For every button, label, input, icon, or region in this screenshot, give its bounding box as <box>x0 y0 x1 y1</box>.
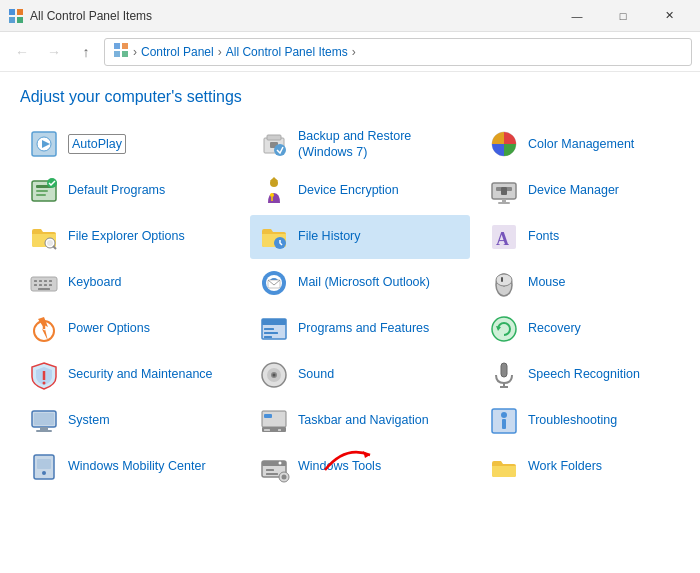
sound-label: Sound <box>298 366 334 382</box>
programs-label: Programs and Features <box>298 320 429 336</box>
svg-rect-12 <box>267 135 281 140</box>
path-separator-3: › <box>352 45 356 59</box>
item-security[interactable]: Security and Maintenance <box>20 353 240 397</box>
default-programs-icon <box>28 175 60 207</box>
mouse-label: Mouse <box>528 274 566 290</box>
back-button[interactable]: ← <box>8 38 36 66</box>
svg-marker-95 <box>363 451 370 458</box>
main-content: Adjust your computer's settings AutoPlay <box>0 72 700 573</box>
item-troubleshoot[interactable]: Troubleshooting <box>480 399 700 443</box>
svg-point-94 <box>282 474 287 479</box>
svg-rect-89 <box>262 461 286 466</box>
file-explorer-label: File Explorer Options <box>68 228 185 244</box>
windows-tools-label: Windows Tools <box>298 458 381 474</box>
item-color-mgmt[interactable]: Color Management <box>480 122 700 167</box>
svg-rect-44 <box>44 284 47 286</box>
troubleshoot-label: Troubleshooting <box>528 412 617 428</box>
file-history-icon <box>258 221 290 253</box>
item-default-programs[interactable]: Default Programs <box>20 169 240 213</box>
svg-rect-6 <box>114 51 120 57</box>
address-path[interactable]: › Control Panel › All Control Panel Item… <box>104 38 692 66</box>
svg-rect-77 <box>262 411 286 427</box>
device-manager-icon <box>488 175 520 207</box>
svg-rect-18 <box>36 190 48 192</box>
svg-point-53 <box>496 274 512 286</box>
item-windows-mobility[interactable]: Windows Mobility Center <box>20 445 240 489</box>
item-backup[interactable]: Backup and Restore(Windows 7) <box>250 122 470 167</box>
svg-rect-5 <box>122 43 128 49</box>
svg-rect-80 <box>278 429 281 431</box>
fonts-icon: A <box>488 221 520 253</box>
file-explorer-icon <box>28 221 60 253</box>
item-windows-tools[interactable]: Windows Tools <box>250 445 470 489</box>
item-keyboard[interactable]: Keyboard <box>20 261 240 305</box>
device-encryption-icon <box>258 175 290 207</box>
svg-rect-4 <box>114 43 120 49</box>
item-mouse[interactable]: Mouse <box>480 261 700 305</box>
svg-rect-30 <box>498 202 510 204</box>
item-mail[interactable]: Mail (Microsoft Outlook) <box>250 261 470 305</box>
title-bar-controls: — □ ✕ <box>554 0 692 32</box>
svg-rect-60 <box>264 332 278 334</box>
svg-rect-42 <box>34 284 37 286</box>
sound-icon <box>258 359 290 391</box>
keyboard-icon <box>28 267 60 299</box>
svg-point-87 <box>42 471 46 475</box>
mouse-icon <box>488 267 520 299</box>
item-programs[interactable]: Programs and Features <box>250 307 470 351</box>
svg-rect-28 <box>501 187 507 195</box>
svg-rect-76 <box>36 430 52 432</box>
backup-label: Backup and Restore(Windows 7) <box>298 128 411 161</box>
fonts-label: Fonts <box>528 228 559 244</box>
item-recovery[interactable]: Recovery <box>480 307 700 351</box>
svg-rect-75 <box>40 427 48 430</box>
svg-rect-91 <box>266 469 274 471</box>
svg-rect-46 <box>38 288 50 290</box>
maximize-button[interactable]: □ <box>600 0 646 32</box>
windows-mobility-icon <box>28 451 60 483</box>
svg-point-65 <box>43 381 46 384</box>
up-button[interactable]: ↑ <box>72 38 100 66</box>
path-all-items[interactable]: All Control Panel Items <box>226 45 348 59</box>
item-system[interactable]: System <box>20 399 240 443</box>
svg-rect-79 <box>264 429 270 431</box>
close-button[interactable]: ✕ <box>646 0 692 32</box>
speech-label: Speech Recognition <box>528 366 640 382</box>
item-taskbar[interactable]: Taskbar and Navigation <box>250 399 470 443</box>
item-speech[interactable]: Speech Recognition <box>480 353 700 397</box>
item-work-folders[interactable]: Work Folders <box>480 445 700 489</box>
item-file-history[interactable]: File History <box>250 215 470 259</box>
svg-point-14 <box>274 144 286 156</box>
svg-rect-84 <box>502 419 506 429</box>
programs-icon <box>258 313 290 345</box>
svg-rect-2 <box>9 17 15 23</box>
path-control-panel[interactable]: Control Panel <box>141 45 214 59</box>
svg-rect-1 <box>17 9 23 15</box>
item-device-manager[interactable]: Device Manager <box>480 169 700 213</box>
minimize-button[interactable]: — <box>554 0 600 32</box>
color-mgmt-label: Color Management <box>528 136 634 152</box>
item-autoplay[interactable]: AutoPlay <box>20 122 240 167</box>
svg-rect-41 <box>49 280 52 282</box>
power-icon <box>28 313 60 345</box>
item-file-explorer[interactable]: File Explorer Options <box>20 215 240 259</box>
item-fonts[interactable]: A Fonts <box>480 215 700 259</box>
svg-marker-22 <box>270 177 278 181</box>
security-icon <box>28 359 60 391</box>
address-bar: ← → ↑ › Control Panel › All Control Pane… <box>0 32 700 72</box>
svg-rect-81 <box>264 414 272 418</box>
item-device-encryption[interactable]: Device Encryption <box>250 169 470 213</box>
title-bar: All Control Panel Items — □ ✕ <box>0 0 700 32</box>
svg-rect-19 <box>36 194 46 196</box>
item-power[interactable]: Power Options <box>20 307 240 351</box>
svg-rect-38 <box>34 280 37 282</box>
svg-rect-54 <box>501 277 503 282</box>
work-folders-label: Work Folders <box>528 458 602 474</box>
forward-button[interactable]: → <box>40 38 68 66</box>
autoplay-label: AutoPlay <box>68 134 126 154</box>
windows-mobility-label: Windows Mobility Center <box>68 458 206 474</box>
svg-rect-43 <box>39 284 42 286</box>
page-title: Adjust your computer's settings <box>20 88 680 106</box>
item-sound[interactable]: Sound <box>250 353 470 397</box>
mail-icon <box>258 267 290 299</box>
